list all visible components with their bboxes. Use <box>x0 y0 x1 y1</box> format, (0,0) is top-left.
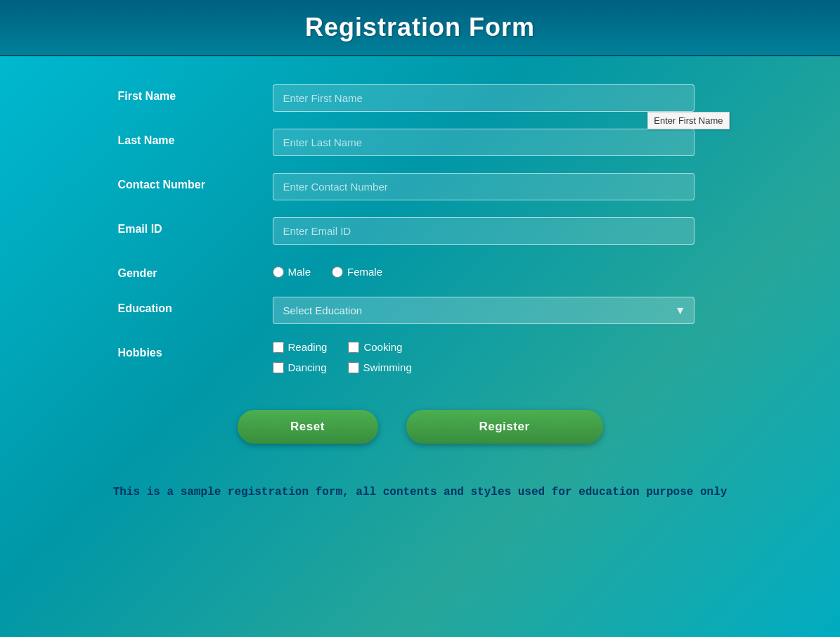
page-header: Registration Form <box>0 0 840 56</box>
hobby-dancing-option[interactable]: Dancing <box>273 361 327 373</box>
gender-male-label: Male <box>288 266 311 278</box>
hobby-dancing-checkbox[interactable] <box>273 362 284 373</box>
gender-female-option[interactable]: Female <box>332 266 382 278</box>
hobby-swimming-option[interactable]: Swimming <box>348 361 412 373</box>
gender-label: Gender <box>118 262 273 280</box>
footer-text: This is a sample registration form, all … <box>85 486 756 498</box>
hobby-swimming-checkbox[interactable] <box>348 362 359 373</box>
education-row: Education Select Education High School B… <box>118 297 723 324</box>
education-wrap: Select Education High School Bachelor's … <box>273 297 723 324</box>
contact-number-input[interactable] <box>273 173 694 200</box>
hobby-cooking-option[interactable]: Cooking <box>348 341 402 353</box>
gender-male-radio[interactable] <box>273 266 284 278</box>
last-name-wrap <box>273 129 723 156</box>
buttons-row: Reset Register <box>118 410 723 444</box>
page-title: Registration Form <box>0 13 840 42</box>
email-label: Email ID <box>118 217 273 236</box>
contact-number-row: Contact Number <box>118 173 723 200</box>
last-name-input[interactable] <box>273 129 694 156</box>
email-wrap <box>273 217 723 245</box>
last-name-label: Last Name <box>118 129 273 147</box>
first-name-wrap: Enter First Name <box>273 84 723 112</box>
education-select-wrapper: Select Education High School Bachelor's … <box>273 297 694 324</box>
gender-female-radio[interactable] <box>332 266 343 278</box>
hobby-swimming-label: Swimming <box>363 361 412 373</box>
first-name-tooltip: Enter First Name <box>647 112 729 129</box>
hobbies-row-1: Reading Cooking <box>273 341 723 361</box>
hobbies-row: Hobbies Reading Cooking Dancing <box>118 341 723 382</box>
reset-button[interactable]: Reset <box>238 410 378 444</box>
contact-number-label: Contact Number <box>118 173 273 191</box>
email-row: Email ID <box>118 217 723 245</box>
gender-row: Gender Male Female <box>118 262 723 280</box>
hobbies-label: Hobbies <box>118 341 273 359</box>
register-button[interactable]: Register <box>406 410 603 444</box>
registration-form: First Name Enter First Name Last Name Co… <box>118 84 723 444</box>
gender-wrap: Male Female <box>273 262 723 278</box>
form-container: First Name Enter First Name Last Name Co… <box>0 56 840 527</box>
first-name-label: First Name <box>118 84 273 103</box>
gender-female-label: Female <box>347 266 382 278</box>
hobby-reading-option[interactable]: Reading <box>273 341 328 353</box>
hobbies-row-2: Dancing Swimming <box>273 361 723 382</box>
gender-group: Male Female <box>273 262 723 278</box>
contact-number-wrap <box>273 173 723 200</box>
hobby-reading-label: Reading <box>288 341 328 353</box>
hobby-dancing-label: Dancing <box>288 361 327 373</box>
education-select[interactable]: Select Education High School Bachelor's … <box>273 297 694 324</box>
last-name-row: Last Name <box>118 129 723 156</box>
email-input[interactable] <box>273 217 694 245</box>
hobby-reading-checkbox[interactable] <box>273 342 284 353</box>
hobby-cooking-checkbox[interactable] <box>348 342 359 353</box>
hobbies-wrap: Reading Cooking Dancing Swimming <box>273 341 723 382</box>
gender-male-option[interactable]: Male <box>273 266 311 278</box>
hobby-cooking-label: Cooking <box>363 341 402 353</box>
first-name-input[interactable] <box>273 84 694 112</box>
first-name-row: First Name Enter First Name <box>118 84 723 112</box>
education-label: Education <box>118 297 273 315</box>
